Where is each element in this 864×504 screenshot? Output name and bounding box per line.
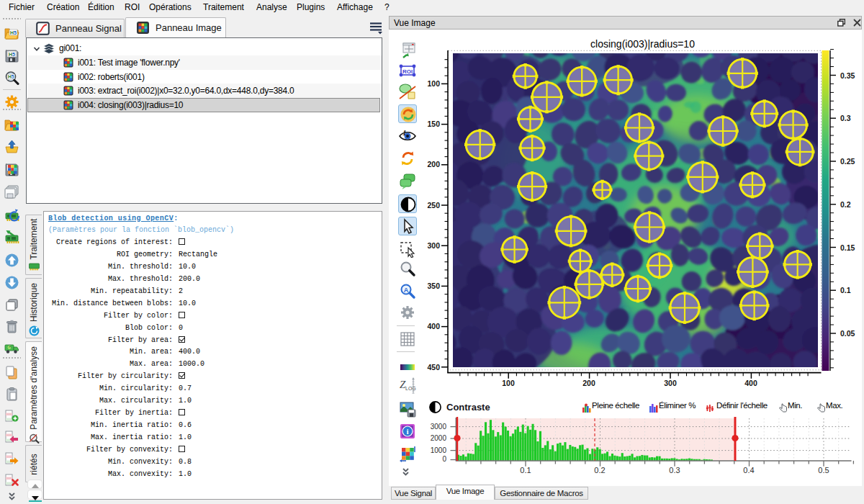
svg-text:A: A bbox=[404, 287, 409, 294]
svg-text:i: i bbox=[406, 427, 408, 436]
svg-text:H5: H5 bbox=[9, 52, 15, 57]
svg-text:H5: H5 bbox=[8, 74, 14, 79]
svg-text:H5: H5 bbox=[10, 30, 17, 35]
svg-text:1: 1 bbox=[402, 128, 407, 137]
svg-text:ROI: ROI bbox=[402, 68, 413, 75]
svg-text:LOG: LOG bbox=[405, 386, 416, 391]
